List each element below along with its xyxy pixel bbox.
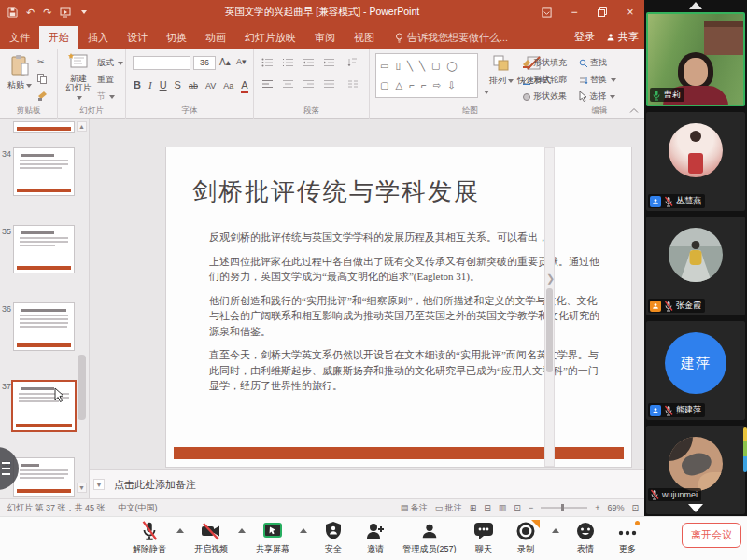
layout-button[interactable]: 版式: [97, 57, 123, 69]
save-icon[interactable]: [7, 7, 18, 18]
close-button[interactable]: ×: [616, 0, 644, 24]
video-options-icon[interactable]: [238, 528, 246, 533]
strikethrough-button[interactable]: ab: [189, 81, 198, 91]
shape-frame-icon[interactable]: ▯: [395, 61, 401, 71]
char-spacing-button[interactable]: AV: [205, 81, 216, 91]
participant-tile[interactable]: 张金霞: [646, 217, 745, 315]
italic-button[interactable]: I: [148, 79, 152, 91]
tab-file[interactable]: 文件: [0, 26, 39, 49]
record-button[interactable]: 录制: [510, 521, 542, 555]
format-painter-button[interactable]: [37, 91, 48, 101]
change-case-button[interactable]: Aa: [223, 81, 233, 91]
slideshow-icon[interactable]: [60, 7, 71, 18]
record-options-icon[interactable]: [552, 528, 559, 533]
shape-arrow-down-icon[interactable]: ⇩: [447, 80, 455, 91]
shapes-more-icon[interactable]: [484, 91, 489, 94]
tab-slideshow[interactable]: 幻灯片放映: [235, 26, 305, 49]
more-button[interactable]: 更多: [612, 521, 643, 555]
shapes-gallery[interactable]: ▭▯╲╲▢◯ ▢△⌐⌐⇨⇩: [375, 53, 478, 98]
view-sorter-icon[interactable]: ⊟: [484, 503, 491, 512]
underline-button[interactable]: U: [160, 79, 167, 91]
numbering-icon[interactable]: [282, 58, 294, 69]
slide-scrollbar[interactable]: [544, 147, 555, 467]
arrange-button[interactable]: 排列: [489, 55, 514, 85]
bullets-icon[interactable]: [261, 58, 274, 69]
notes-pane[interactable]: ▼ 点击此处添加备注: [90, 469, 644, 498]
columns-icon[interactable]: [347, 79, 359, 92]
share-screen-button[interactable]: 共享屏幕: [256, 521, 289, 555]
shape-arrow-line-icon[interactable]: ╲: [419, 61, 425, 71]
collapse-sidebar-icon[interactable]: [689, 2, 702, 9]
thumbnail-slide-35[interactable]: [13, 225, 75, 273]
invite-button[interactable]: 邀请: [359, 521, 391, 555]
select-button[interactable]: 选择: [579, 91, 615, 103]
shrink-font-button[interactable]: A▾: [236, 57, 247, 66]
shape-square-icon[interactable]: ▢: [380, 80, 388, 91]
notes-toggle[interactable]: ▤ 备注: [401, 502, 428, 514]
align-center-icon[interactable]: [282, 79, 294, 91]
tab-animations[interactable]: 动画: [196, 26, 235, 49]
shape-effects-button[interactable]: 形状效果: [522, 91, 567, 103]
language-indicator[interactable]: 中文(中国): [119, 502, 158, 514]
bold-button[interactable]: B: [134, 79, 141, 91]
reset-button[interactable]: 重置: [97, 74, 114, 86]
zoom-slider[interactable]: [541, 507, 587, 509]
scrollbar-thumb[interactable]: [78, 355, 86, 420]
comments-toggle[interactable]: ▭ 批注: [435, 502, 462, 514]
sign-in-button[interactable]: 登录: [574, 30, 595, 44]
sidebar-expand-handle[interactable]: ❯: [546, 273, 555, 285]
undo-icon[interactable]: ↶: [26, 7, 35, 19]
scroll-up-icon[interactable]: ▲: [77, 121, 87, 132]
copy-button[interactable]: [37, 74, 47, 84]
tab-transitions[interactable]: 切换: [157, 26, 196, 49]
shape-rect-icon[interactable]: ▢: [431, 61, 440, 71]
tab-insert[interactable]: 插入: [78, 26, 118, 49]
tab-view[interactable]: 视图: [345, 26, 384, 49]
zoom-out-icon[interactable]: −: [529, 503, 533, 512]
tab-review[interactable]: 审阅: [305, 26, 345, 49]
scroll-participants-down-icon[interactable]: [688, 504, 703, 512]
qat-customize-icon[interactable]: [81, 10, 87, 14]
ribbon-display-options-icon[interactable]: [532, 0, 560, 24]
new-slide-button[interactable]: 新建幻灯片: [63, 53, 94, 103]
section-button[interactable]: 节: [97, 91, 115, 103]
shape-oval-icon[interactable]: ◯: [446, 61, 457, 71]
share-button[interactable]: 共享: [606, 30, 639, 44]
shape-elbow2-icon[interactable]: ⌐: [421, 80, 427, 91]
thumbnail-slide-34[interactable]: [13, 147, 75, 196]
scroll-down-icon[interactable]: ▼: [77, 483, 87, 493]
participant-tile[interactable]: 建萍 熊建萍: [646, 321, 745, 420]
align-right-icon[interactable]: [303, 79, 315, 91]
tell-me-box[interactable]: 告诉我您想要做什么...: [395, 26, 508, 49]
thumbnail-partial-33[interactable]: [13, 121, 75, 133]
justify-icon[interactable]: [323, 79, 335, 91]
cut-button[interactable]: ✂: [37, 57, 45, 66]
shape-textbox-icon[interactable]: ▭: [380, 61, 388, 71]
indent-increase-icon[interactable]: [323, 58, 335, 69]
share-options-icon[interactable]: [300, 528, 307, 533]
font-name-input[interactable]: [133, 56, 190, 70]
redo-icon[interactable]: ↷: [43, 7, 51, 19]
notes-placeholder[interactable]: 点击此处添加备注: [114, 478, 196, 492]
collapse-ribbon-icon[interactable]: [629, 106, 639, 116]
indent-decrease-icon[interactable]: [303, 58, 315, 69]
security-button[interactable]: 安全: [317, 521, 349, 555]
scrollbar-thumb[interactable]: [546, 288, 553, 372]
align-left-icon[interactable]: [261, 79, 274, 91]
thumbnail-scrollbar[interactable]: ▲ ▼: [77, 121, 87, 493]
emoji-button[interactable]: 表情: [570, 521, 601, 555]
chat-button[interactable]: 聊天: [468, 521, 500, 555]
shape-line-icon[interactable]: ╲: [407, 61, 413, 71]
zoom-in-icon[interactable]: +: [595, 503, 599, 512]
shape-triangle-icon[interactable]: △: [395, 80, 402, 91]
find-button[interactable]: 查找: [579, 57, 607, 69]
paste-button[interactable]: 粘贴: [6, 54, 34, 90]
leave-meeting-button[interactable]: 离开会议: [682, 523, 741, 548]
shape-fill-button[interactable]: 形状填充: [522, 57, 567, 69]
unmute-button[interactable]: 解除静音: [133, 521, 166, 555]
mic-options-icon[interactable]: [176, 528, 184, 533]
shape-elbow-icon[interactable]: ⌐: [409, 80, 415, 91]
shadow-button[interactable]: S: [175, 79, 181, 91]
notes-collapse-icon[interactable]: ▼: [93, 479, 105, 490]
participant-tile[interactable]: 丛慧燕: [646, 112, 745, 211]
